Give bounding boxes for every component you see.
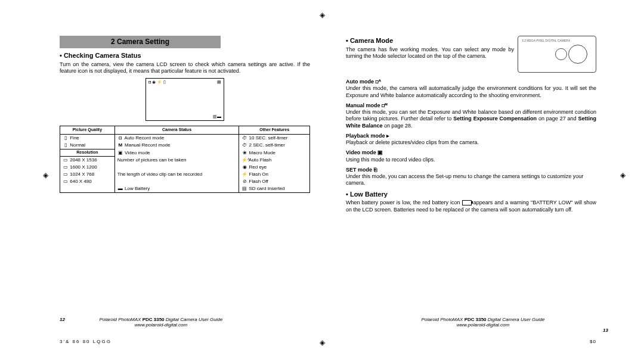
mode-title-playback: Playback mode ▸ — [346, 133, 596, 139]
footer: 12 Polaroid PhotoMAX PDC 3350 Digital Ca… — [0, 317, 644, 328]
page-number-left: 12 — [60, 317, 65, 322]
th-other-features: Other Features — [239, 126, 310, 135]
mode-title-set: SET mode ⎘ — [346, 167, 596, 173]
label: Number of pictures can be taken — [117, 157, 187, 163]
label: Flash Off — [249, 179, 268, 184]
label: Normal — [70, 142, 85, 148]
macro-icon: ❀ — [242, 150, 247, 156]
paragraph: Using this mode to record video clips. — [346, 157, 596, 163]
cell: M Manual Record mode — [114, 142, 239, 149]
paragraph: Under this mode, you can set the Exposur… — [346, 109, 596, 129]
page-right: 3.2 MEGA PIXEL DIGITAL CAMERA Camera Mod… — [346, 36, 596, 217]
camera-icon: ◘ — [117, 135, 123, 141]
label: 10 SEC. self-timer — [249, 135, 288, 141]
model: PDC 3350 — [143, 317, 165, 322]
label: Manual Record mode — [125, 142, 170, 148]
page-number-right: 13 — [603, 328, 608, 333]
quality-icon: ▯ — [63, 142, 69, 148]
label: Fine — [70, 135, 79, 141]
text: Polaroid PhotoMAX — [100, 317, 143, 322]
mode-title-auto: Auto mode ◘ᴬ — [346, 79, 596, 85]
guide-title: Polaroid PhotoMAX PDC 3350 Digital Camer… — [100, 317, 223, 322]
footer-left: 12 Polaroid PhotoMAX PDC 3350 Digital Ca… — [0, 317, 322, 328]
print-codes: 3'& 86 80 LQGG $0 — [60, 339, 596, 344]
camera-label: 3.2 MEGA PIXEL DIGITAL CAMERA — [522, 39, 570, 42]
text: When battery power is low, the red batte… — [346, 200, 462, 205]
label: 2048 X 1536 — [70, 157, 97, 163]
quality-icon: ▯ — [63, 135, 69, 141]
cell: ⚡ᴬ Auto Flash — [239, 157, 310, 164]
code-right: $0 — [590, 339, 596, 344]
label: 2 SEC. self-timer — [249, 142, 285, 148]
registration-mark-icon: ◈ — [619, 171, 626, 178]
cell: ▭ 2048 X 1536 — [60, 157, 115, 164]
timer-icon: ⏱ — [242, 142, 247, 148]
cell: ❀ Macro Mode — [239, 149, 310, 157]
paragraph: When battery power is low, the red batte… — [346, 200, 596, 213]
footer-url: www.polaroid-digital.com — [0, 322, 322, 328]
text: Digital Camera User Guide — [165, 317, 223, 322]
mode-dial-icon — [555, 48, 567, 60]
lcd-icons-top: ◘ ◉ ⚡ ▯ — [148, 80, 166, 85]
sd-icon: ▤ — [242, 186, 247, 192]
mode-title-manual: Manual mode ◘ᴹ — [346, 102, 596, 109]
label: 1600 X 1200 — [70, 164, 97, 170]
section-title: 2 Camera Setting — [60, 36, 221, 48]
timer-icon: ⏱ — [242, 135, 247, 141]
text: on page 28. — [383, 123, 413, 129]
label: The length of video clip can be recorded — [117, 172, 202, 177]
cell: ▯ Normal — [60, 142, 115, 149]
cell: ◘ Auto Record mode — [114, 135, 239, 142]
cell: ▭ 1024 X 768 — [60, 171, 115, 178]
cell: ⏱ 10 SEC. self-timer — [239, 135, 310, 142]
subheader-resolution: Resolution — [60, 149, 115, 157]
heading-low-battery: Low Battery — [346, 191, 596, 199]
cell: ▭ 640 X 480 — [60, 178, 115, 193]
cell: ⏱ 2 SEC. self-timer — [239, 142, 310, 149]
manual-icon: M — [117, 142, 123, 148]
redeye-icon: ◉ — [242, 164, 247, 170]
cell: Number of pictures can be taken — [114, 157, 239, 172]
flash-off-icon: ⊘ — [242, 179, 247, 185]
footer-url: www.polaroid-digital.com — [322, 322, 644, 328]
cell: The length of video clip can be recorded — [114, 171, 239, 185]
registration-mark-icon: ◈ — [318, 11, 326, 18]
cell: ⊘ Flash Off — [239, 178, 310, 185]
label: SD card Inserted — [249, 186, 285, 191]
heading-checking-status: Checking Camera Status — [60, 52, 310, 60]
paragraph: Under this mode, the camera will automat… — [346, 85, 596, 99]
cell: ◉ Red eye — [239, 164, 310, 171]
label: Macro Mode — [249, 150, 275, 155]
paragraph: Under this mode, you can access the Set-… — [346, 173, 596, 187]
label: Video mode — [125, 150, 150, 155]
res-icon: ▭ — [63, 164, 69, 170]
label: Red eye — [249, 164, 267, 170]
footer-right: Polaroid PhotoMAX PDC 3350 Digital Camer… — [322, 317, 644, 328]
page-left: 2 Camera Setting Checking Camera Status … — [60, 36, 310, 217]
lcd-diagram: ◘ ◉ ⚡ ▯ ▤ ▥▬ — [145, 78, 224, 121]
registration-mark-icon: ◈ — [42, 171, 49, 178]
label: Low Battery — [125, 186, 150, 191]
battery-icon: ▬ — [117, 186, 123, 192]
cell: ▤ SD card Inserted — [239, 185, 310, 193]
flash-icon: ⚡ᴬ — [242, 157, 247, 163]
lcd-icons-bottom: ▥▬ — [213, 114, 221, 120]
label: Auto Flash — [249, 157, 271, 163]
label: Flash On — [249, 172, 268, 177]
label: Auto Record mode — [125, 135, 165, 141]
guide-title: Polaroid PhotoMAX PDC 3350 Digital Camer… — [422, 317, 545, 322]
res-icon: ▭ — [63, 157, 69, 163]
label: 1024 X 768 — [70, 172, 94, 177]
text: Digital Camera User Guide — [487, 317, 545, 322]
cell: ▭ 1600 X 1200 — [60, 164, 115, 171]
lcd-icons-right: ▤ — [217, 80, 221, 85]
paragraph: Turn on the camera, view the camera LCD … — [60, 61, 310, 75]
code-left: 3'& 86 80 LQGG — [60, 339, 112, 344]
text: Polaroid PhotoMAX — [422, 317, 465, 322]
model: PDC 3350 — [465, 317, 487, 322]
ref-bold: Setting Exposure Compensation — [453, 116, 537, 121]
lens-icon — [568, 45, 587, 64]
label: 640 X 480 — [70, 179, 91, 184]
paragraph: Playback or delete pictures/video clips … — [346, 139, 596, 146]
flash-icon: ⚡ — [242, 172, 247, 177]
